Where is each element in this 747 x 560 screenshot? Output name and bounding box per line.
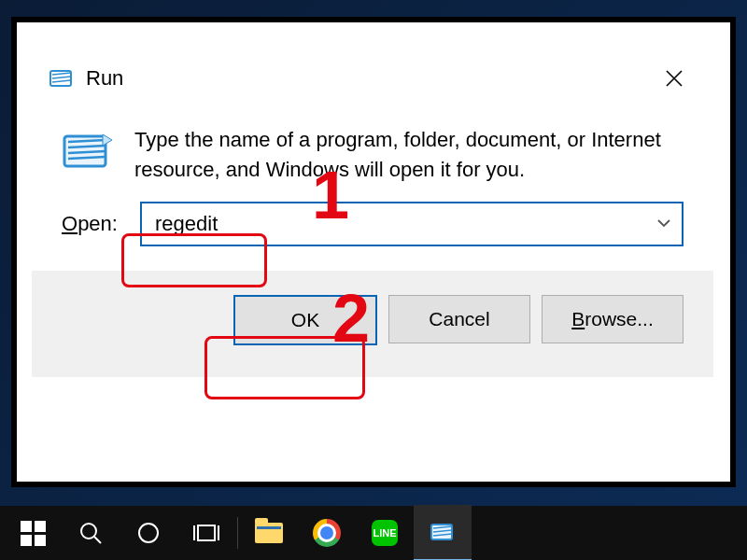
run-taskbar-icon — [430, 522, 456, 542]
svg-point-2 — [81, 524, 96, 539]
taskbar-separator — [237, 517, 238, 549]
ok-label: OK — [291, 309, 319, 331]
start-button[interactable] — [4, 506, 62, 560]
taskbar-line-app[interactable]: LINE — [356, 506, 414, 560]
taskview-icon — [192, 523, 220, 543]
cancel-label: Cancel — [429, 308, 489, 330]
ok-button[interactable]: OK — [233, 295, 377, 345]
dialog-body: Type the name of a program, folder, docu… — [32, 105, 713, 192]
svg-point-3 — [139, 524, 158, 542]
taskbar-search-button[interactable] — [62, 506, 120, 560]
svg-rect-4 — [198, 525, 215, 540]
chevron-down-icon[interactable] — [655, 215, 672, 231]
close-button[interactable] — [655, 60, 693, 97]
taskbar: LINE — [0, 506, 747, 560]
instruction-text: Type the name of a program, folder, docu… — [134, 125, 684, 185]
browse-button[interactable]: Browse... — [542, 295, 684, 343]
titlebar: Run — [32, 52, 713, 105]
taskbar-taskview-button[interactable] — [177, 506, 235, 560]
search-icon — [78, 521, 103, 545]
screenshot-frame: Run Type the name of a program, folder, … — [11, 17, 736, 487]
desktop-background: Run Type the name of a program, folder, … — [0, 0, 747, 560]
line-icon: LINE — [372, 520, 398, 546]
button-row: OK Cancel Browse... — [32, 271, 713, 377]
open-input-value: regedit — [155, 212, 218, 236]
cortana-icon — [136, 521, 161, 545]
open-label: Open: — [62, 212, 140, 236]
chrome-icon — [313, 519, 341, 547]
run-title-icon — [49, 65, 75, 91]
dialog-title: Run — [86, 66, 655, 91]
taskbar-cortana-button[interactable] — [120, 506, 177, 560]
taskbar-run-app[interactable] — [414, 505, 472, 561]
windows-logo-icon — [21, 521, 46, 546]
open-combobox[interactable]: regedit — [140, 202, 684, 246]
folder-icon — [255, 523, 283, 543]
cancel-button[interactable]: Cancel — [388, 295, 530, 343]
run-dialog: Run Type the name of a program, folder, … — [32, 52, 713, 377]
taskbar-file-explorer[interactable] — [240, 506, 298, 560]
open-row: Open: regedit — [32, 192, 713, 271]
taskbar-chrome[interactable] — [298, 506, 356, 560]
run-body-icon — [62, 131, 112, 181]
